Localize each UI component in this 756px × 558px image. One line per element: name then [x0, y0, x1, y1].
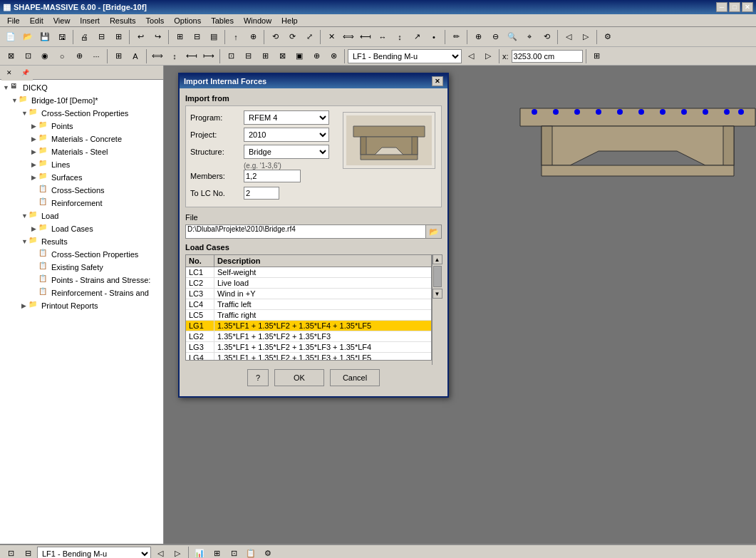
- scroll-down[interactable]: ▼: [433, 289, 442, 299]
- menu-options[interactable]: Options: [170, 16, 205, 26]
- tb-size[interactable]: ⟻: [358, 29, 373, 45]
- tb-zoom3[interactable]: 🔍: [504, 29, 520, 45]
- tb-arr3[interactable]: ↔: [375, 29, 390, 45]
- lc-row-lg4[interactable]: LG4 1.35*LF1 + 1.35*LF2 + 1.35*LF3 + 1.3…: [186, 353, 431, 360]
- to-lc-input[interactable]: [244, 187, 279, 200]
- menu-file[interactable]: File: [3, 16, 24, 26]
- tree-surfaces[interactable]: ▶ 📁 Surfaces: [1, 171, 162, 184]
- lf-combo[interactable]: LF1 - Bending M-u: [348, 49, 462, 63]
- tb2-b9[interactable]: ↕: [167, 48, 182, 64]
- tb-new[interactable]: 📄: [3, 29, 19, 45]
- tb2-b8[interactable]: ⟺: [150, 48, 165, 64]
- tree-mat-steel[interactable]: ▶ 📁 Materials - Steel: [1, 145, 162, 158]
- tb2-btn3[interactable]: ◉: [37, 48, 53, 64]
- lc-row-lg3[interactable]: LG3 1.35*LF1 + 1.35*LF2 + 1.35*LF3 + 1.3…: [186, 342, 431, 353]
- tb2-btn5[interactable]: ⊕: [71, 48, 87, 64]
- tb-save2[interactable]: 🖫: [54, 29, 70, 45]
- lc-scrollbar[interactable]: ▲ ▼: [432, 254, 442, 365]
- lc-row-lc3[interactable]: LC3 Wind in +Y: [186, 289, 431, 299]
- lp-close[interactable]: ✕: [1, 66, 17, 81]
- tb2-b6[interactable]: ⊞: [110, 48, 126, 64]
- tb-grid2[interactable]: ⊟: [189, 29, 204, 45]
- tree-bridge[interactable]: ▼ 📁 Bridge-10f [Demo]*: [1, 94, 162, 107]
- tree-load-cases[interactable]: ▶ 📁 Load Cases: [1, 222, 162, 235]
- tree-results[interactable]: ▼ 📁 Results: [1, 235, 162, 248]
- menu-view[interactable]: View: [49, 16, 75, 26]
- bt-prev[interactable]: ◁: [152, 546, 168, 559]
- lc-row-lc4[interactable]: LC4 Traffic left: [186, 299, 431, 310]
- tb-arrow[interactable]: ↑: [228, 29, 244, 45]
- tree-printout[interactable]: ▶ 📁 Printout Reports: [1, 299, 162, 312]
- tb2-next[interactable]: ▷: [480, 48, 496, 64]
- tb2-btn4[interactable]: ○: [54, 48, 70, 64]
- menu-edit[interactable]: Edit: [26, 16, 48, 26]
- tb-open[interactable]: 📂: [20, 29, 36, 45]
- tb-print2[interactable]: ⊟: [93, 29, 109, 45]
- tb-pnt[interactable]: •: [426, 29, 442, 45]
- bt-next[interactable]: ▷: [170, 546, 185, 559]
- maximize-button[interactable]: □: [729, 2, 740, 12]
- lc-row-lc2[interactable]: LC2 Live load: [186, 278, 431, 289]
- tb2-b14[interactable]: ⊞: [257, 48, 273, 64]
- tb2-dots[interactable]: ···: [88, 48, 104, 64]
- bt-btn1[interactable]: ⊡: [3, 546, 19, 559]
- tb2-b17[interactable]: ⊕: [309, 48, 324, 64]
- tb-rot[interactable]: ⟲: [267, 29, 283, 45]
- menu-tools[interactable]: Tools: [142, 16, 169, 26]
- tb-pen[interactable]: ✏: [448, 29, 464, 45]
- tb-undo[interactable]: ↩: [133, 29, 148, 45]
- tb2-b7[interactable]: A: [128, 48, 143, 64]
- cancel-button[interactable]: Cancel: [330, 369, 380, 386]
- tb-nav1[interactable]: ◁: [561, 29, 576, 45]
- tb-arr4[interactable]: ↕: [392, 29, 408, 45]
- bt-b5[interactable]: ⊡: [226, 546, 242, 559]
- scroll-up[interactable]: ▲: [433, 254, 442, 264]
- members-input[interactable]: [244, 170, 301, 182]
- tb-rot2[interactable]: ⟳: [284, 29, 300, 45]
- tree-points-strains[interactable]: 📋 Points - Strains and Stresse:: [1, 274, 162, 286]
- tb2-btn1[interactable]: ⊠: [3, 48, 19, 64]
- menu-results[interactable]: Results: [105, 16, 140, 26]
- structure-select[interactable]: Bridge: [244, 145, 329, 159]
- bt-btn2[interactable]: ⊟: [20, 546, 36, 559]
- tb-move[interactable]: ⟺: [341, 29, 356, 45]
- minimize-button[interactable]: ─: [716, 2, 727, 12]
- close-button[interactable]: ✕: [742, 2, 753, 12]
- tb2-grid-btn[interactable]: ⊞: [589, 48, 605, 64]
- bt-lf-combo[interactable]: LF1 - Bending M-u: [37, 547, 151, 559]
- tb-grid3[interactable]: ▤: [206, 29, 222, 45]
- tb2-prev[interactable]: ◁: [463, 48, 479, 64]
- tree-mat-concrete[interactable]: ▶ 📁 Materials - Concrete: [1, 133, 162, 145]
- bt-b6[interactable]: 📋: [243, 546, 259, 559]
- dialog-close-button[interactable]: ✕: [432, 76, 443, 86]
- tb-arr5[interactable]: ↗: [409, 29, 425, 45]
- tb-grid[interactable]: ⊞: [172, 29, 187, 45]
- tb-arrow2[interactable]: ⊕: [245, 29, 261, 45]
- tb-zoom1[interactable]: ⊕: [470, 29, 486, 45]
- tree-existing-safety[interactable]: 📋 Existing Safety: [1, 261, 162, 274]
- tb2-btn2[interactable]: ⊡: [20, 48, 36, 64]
- lc-row-lc5[interactable]: LC5 Traffic right: [186, 310, 431, 321]
- tb2-b16[interactable]: ▣: [291, 48, 307, 64]
- project-select[interactable]: 2010: [244, 128, 329, 142]
- tree-root[interactable]: ▼ 🖥 DICKQ: [1, 81, 162, 94]
- tree-cross-sections[interactable]: 📋 Cross-Sections: [1, 184, 162, 197]
- bt-b3[interactable]: 📊: [192, 546, 207, 559]
- help-button[interactable]: ?: [247, 369, 269, 386]
- tb-save[interactable]: 💾: [37, 29, 53, 45]
- lc-row-lc1[interactable]: LC1 Self-weight: [186, 267, 431, 278]
- menu-window[interactable]: Window: [239, 16, 276, 26]
- tb2-b15[interactable]: ⊠: [274, 48, 290, 64]
- program-select[interactable]: RFEM 4: [244, 110, 329, 125]
- tb-print3[interactable]: ⊞: [110, 29, 126, 45]
- tb-zoom4[interactable]: ⌖: [522, 29, 537, 45]
- file-browse-button[interactable]: 📂: [426, 224, 442, 239]
- tb-zoom2[interactable]: ⊖: [487, 29, 503, 45]
- tree-reinforcement[interactable]: 📋 Reinforcement: [1, 197, 162, 210]
- coord-input[interactable]: [512, 50, 583, 63]
- tb2-b12[interactable]: ⊡: [223, 48, 239, 64]
- lc-row-lg2[interactable]: LG2 1.35*LF1 + 1.35*LF2 + 1.35*LF3: [186, 331, 431, 342]
- tb-zoom5[interactable]: ⟲: [539, 29, 554, 45]
- tb2-b18[interactable]: ⊗: [326, 48, 341, 64]
- menu-insert[interactable]: Insert: [76, 16, 104, 26]
